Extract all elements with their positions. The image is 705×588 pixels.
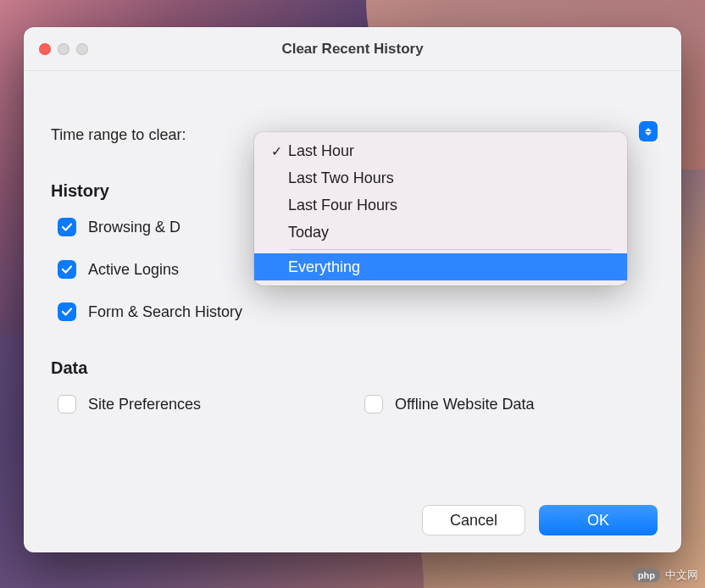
checkbox-label: Active Logins [88,261,179,279]
checkbox-site-preferences[interactable]: Site Preferences [58,395,347,413]
close-icon[interactable] [39,43,51,55]
watermark: php 中文网 [633,568,698,583]
checkbox-icon[interactable] [58,260,76,279]
time-range-dropdown-menu[interactable]: ✓ Last Hour Last Two Hours Last Four Hou… [254,132,627,286]
checkbox-icon[interactable] [58,218,76,236]
dropdown-item-last-hour[interactable]: ✓ Last Hour [254,137,627,164]
time-range-label: Time range to clear: [51,126,186,144]
dropdown-item-last-two-hours[interactable]: Last Two Hours [254,164,627,191]
checkbox-form-search[interactable]: Form & Search History [58,302,347,321]
checkbox-label: Browsing & D [88,219,180,236]
chevron-up-down-icon[interactable] [639,121,658,141]
window-controls [24,43,88,55]
dropdown-item-everything[interactable]: Everything [254,253,627,280]
checkbox-label: Site Preferences [88,396,201,413]
titlebar: Clear Recent History [24,27,681,71]
watermark-badge: php [633,569,660,582]
minimize-icon [58,43,69,55]
checkbox-label: Offline Website Data [395,396,534,413]
checkbox-icon[interactable] [364,395,383,413]
data-checkbox-grid: Site Preferences Offline Website Data [51,395,654,413]
dropdown-divider [290,249,612,250]
dropdown-item-today[interactable]: Today [254,219,627,246]
checkbox-offline-website-data[interactable]: Offline Website Data [364,395,654,413]
dialog-button-row: Cancel OK [422,505,658,535]
checkbox-label: Form & Search History [88,303,242,321]
dropdown-item-label: Last Four Hours [288,197,397,214]
data-section-title: Data [51,358,654,378]
watermark-text: 中文网 [665,568,698,583]
ok-button[interactable]: OK [539,505,658,535]
dropdown-item-label: Last Two Hours [288,169,394,187]
dropdown-item-label: Last Hour [288,142,354,160]
checkbox-icon[interactable] [58,302,76,321]
dropdown-item-label: Everything [288,258,360,276]
maximize-icon [76,43,88,55]
checkmark-icon: ✓ [268,143,285,159]
dropdown-item-last-four-hours[interactable]: Last Four Hours [254,191,627,219]
dialog-window: Clear Recent History Time range to clear… [24,27,681,552]
cancel-button[interactable]: Cancel [422,505,525,535]
window-title: Clear Recent History [24,41,681,58]
dropdown-item-label: Today [288,224,329,241]
checkbox-icon[interactable] [58,395,76,413]
